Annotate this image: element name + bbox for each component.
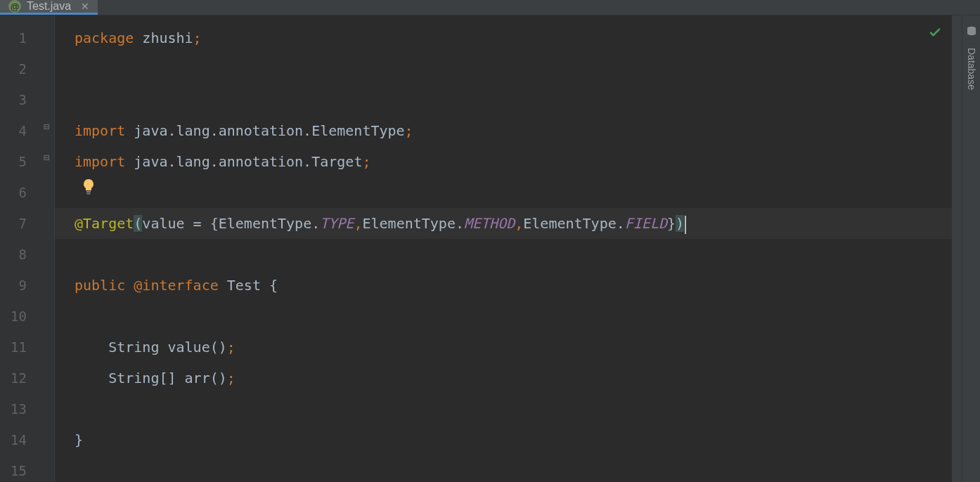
code-line-4[interactable]: import java.lang.annotation.ElementType; xyxy=(55,115,952,146)
error-stripe[interactable] xyxy=(952,15,962,482)
line-number: 12 xyxy=(0,363,39,393)
editor-main: 1 2 3 4 5 6 7 8 9 10 11 12 13 14 15 ⊟ ⊟ … xyxy=(0,15,980,482)
code-line-3[interactable] xyxy=(55,84,952,115)
code-editor[interactable]: package zhushi; import java.lang.annotat… xyxy=(55,15,952,482)
code-line-2[interactable] xyxy=(55,53,952,84)
fold-toggle-icon[interactable]: ⊟ xyxy=(41,121,52,132)
fold-gutter: ⊟ ⊟ xyxy=(39,15,55,482)
code-line-8[interactable] xyxy=(55,239,952,270)
annotation-file-icon: @ xyxy=(8,0,21,13)
code-line-15[interactable] xyxy=(55,455,952,482)
line-number: 7 xyxy=(0,208,39,239)
code-line-11[interactable]: String value(); xyxy=(55,332,952,363)
line-number: 10 xyxy=(0,301,39,332)
line-number: 4 xyxy=(0,115,39,146)
fold-end-icon[interactable]: ⊟ xyxy=(41,152,52,163)
code-line-10[interactable] xyxy=(55,301,952,332)
analysis-ok-checkmark-icon[interactable] xyxy=(928,25,942,43)
line-number: 11 xyxy=(0,332,39,363)
text-caret xyxy=(685,216,686,234)
close-tab-icon[interactable]: ✕ xyxy=(81,1,89,12)
intention-bulb-icon[interactable] xyxy=(82,178,96,193)
line-number: 3 xyxy=(0,84,39,115)
code-line-7[interactable]: @Target(value = {ElementType.TYPE,Elemen… xyxy=(55,208,952,239)
code-line-1[interactable]: package zhushi; xyxy=(55,22,952,53)
line-number-gutter[interactable]: 1 2 3 4 5 6 7 8 9 10 11 12 13 14 15 xyxy=(0,15,39,482)
code-line-14[interactable]: } xyxy=(55,424,952,455)
line-number: 15 xyxy=(0,455,39,482)
line-number: 1 xyxy=(0,22,39,53)
line-number: 6 xyxy=(0,177,39,208)
line-number: 13 xyxy=(0,393,39,424)
line-number: 8 xyxy=(0,239,39,270)
code-line-9[interactable]: public @interface Test { xyxy=(55,270,952,301)
tab-bar: @ Test.java ✕ xyxy=(0,0,980,15)
code-line-5[interactable]: import java.lang.annotation.Target; xyxy=(55,146,952,177)
svg-rect-0 xyxy=(86,191,91,193)
database-icon[interactable] xyxy=(966,24,977,41)
editor-tab-test-java[interactable]: @ Test.java ✕ xyxy=(0,0,98,15)
tab-filename: Test.java xyxy=(27,0,71,13)
code-line-6[interactable] xyxy=(55,177,952,208)
code-line-12[interactable]: String[] arr(); xyxy=(55,363,952,393)
line-number: 5 xyxy=(0,146,39,177)
line-number: 2 xyxy=(0,53,39,84)
code-line-13[interactable] xyxy=(55,393,952,424)
line-number: 14 xyxy=(0,424,39,455)
right-toolwindow-bar: Database xyxy=(962,15,980,482)
line-number: 9 xyxy=(0,270,39,301)
svg-rect-1 xyxy=(87,193,91,195)
database-tool-label[interactable]: Database xyxy=(966,48,977,90)
